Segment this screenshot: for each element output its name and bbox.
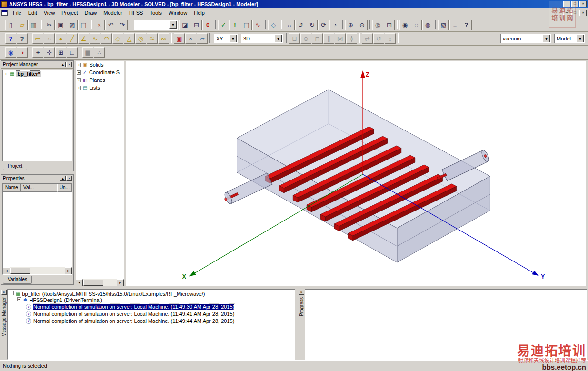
- visibility-button[interactable]: ◉: [399, 20, 410, 30]
- chevron-down-icon[interactable]: ▼: [229, 35, 237, 42]
- toolbar-grip[interactable]: [2, 20, 3, 30]
- analyze-all-button[interactable]: !: [229, 20, 240, 30]
- draw-point-button[interactable]: ∘: [185, 33, 196, 44]
- paste-button[interactable]: ▨: [67, 20, 78, 30]
- scale-button[interactable]: ↕: [385, 33, 396, 44]
- menu-help[interactable]: Help: [190, 9, 208, 17]
- dynamic-rotate-button[interactable]: ⟳: [318, 20, 329, 30]
- message-project-node[interactable]: − ▦ bp_filter (/tools/AnsysEM/HFSS-v15/h…: [9, 291, 294, 297]
- rotate-button[interactable]: ↺: [373, 33, 384, 44]
- snap-settings-button[interactable]: ∴: [94, 47, 105, 58]
- chevron-down-icon[interactable]: ▼: [577, 35, 584, 42]
- zero-order-solver-button[interactable]: 0: [202, 20, 213, 30]
- create-report-button[interactable]: ∿: [252, 20, 263, 30]
- draw-line-button[interactable]: ╱: [67, 33, 78, 44]
- draw-regular-polygon-button[interactable]: ◇: [112, 33, 123, 44]
- face-cs-button[interactable]: ⊹: [44, 47, 55, 58]
- message-design-node[interactable]: − ✱ HFSSDesign1 (DrivenTerminal): [9, 297, 294, 303]
- sphere-boundary-button[interactable]: ◉: [5, 47, 16, 58]
- message-text[interactable]: Normal completion of simulation on serve…: [33, 311, 234, 317]
- relative-cs-button[interactable]: +: [32, 47, 43, 58]
- hide-selection-button[interactable]: ◌: [411, 20, 422, 30]
- split-button[interactable]: ∥: [323, 33, 334, 44]
- scroll-left-icon[interactable]: ◄: [3, 267, 10, 274]
- collapse-panel-button[interactable]: ▲: [60, 62, 66, 67]
- toolbar-grip[interactable]: [2, 34, 3, 43]
- draw-ellipse-button[interactable]: ○: [44, 33, 55, 44]
- expand-icon[interactable]: +: [4, 72, 8, 76]
- menu-edit[interactable]: Edit: [25, 9, 40, 17]
- 3d-viewport[interactable]: Z X Y: [126, 61, 586, 286]
- column-header[interactable]: Val...: [21, 184, 57, 192]
- scroll-thumb[interactable]: [83, 280, 103, 286]
- draw-helix-button[interactable]: ≋: [147, 33, 158, 44]
- menu-modeler[interactable]: Modeler: [100, 9, 126, 17]
- column-header[interactable]: Un...: [57, 184, 72, 192]
- menu-file[interactable]: File: [10, 9, 25, 17]
- solution-data-button[interactable]: ▤: [241, 20, 252, 30]
- delete-button[interactable]: ×: [94, 20, 105, 30]
- message-item[interactable]: i Normal completion of simulation on ser…: [9, 303, 294, 310]
- redo-button[interactable]: ↷: [117, 20, 128, 30]
- tree-item-project[interactable]: + ▦ bp_filter*: [3, 70, 72, 78]
- tree-item-planes[interactable]: + ◧ Planes: [76, 76, 124, 84]
- movement-mode-combo[interactable]: 3D ▼: [241, 34, 283, 43]
- message-item[interactable]: i Normal completion of simulation on ser…: [9, 318, 294, 324]
- datasets-button[interactable]: ≡: [449, 20, 460, 30]
- save-button[interactable]: ▦: [28, 20, 39, 30]
- draw-plane-button[interactable]: ▱: [197, 33, 208, 44]
- child-window-icon[interactable]: [1, 10, 8, 16]
- expand-icon[interactable]: +: [77, 86, 81, 90]
- cut-button[interactable]: ✂: [44, 20, 55, 30]
- tree-item-solids[interactable]: + ▣ Solids: [76, 61, 124, 69]
- draw-sweep-button[interactable]: ∾: [158, 33, 169, 44]
- rotate-screen-center-button[interactable]: ↻: [307, 20, 318, 30]
- tab-project[interactable]: Project: [3, 162, 27, 170]
- model-view-combo[interactable]: Model ▼: [554, 34, 585, 43]
- draw-rectangle-button[interactable]: ▭: [32, 33, 43, 44]
- rotate-model-center-button[interactable]: ↺: [295, 20, 306, 30]
- maximize-button[interactable]: □: [571, 1, 578, 7]
- scroll-right-icon[interactable]: ►: [65, 267, 72, 274]
- expand-icon[interactable]: +: [77, 63, 81, 67]
- show-all-button[interactable]: ◍: [422, 20, 433, 30]
- draw-arc-button[interactable]: ◠: [101, 33, 112, 44]
- copy-button[interactable]: ▣: [55, 20, 66, 30]
- fields-overlay-button[interactable]: ◇: [268, 20, 279, 30]
- tree-item-coordinate-systems[interactable]: + ∠ Coordinate S: [76, 69, 124, 76]
- print-button[interactable]: ▤: [78, 20, 89, 30]
- intersect-button[interactable]: ⊓: [312, 33, 323, 44]
- mdi-minimize-button[interactable]: ─: [563, 10, 570, 16]
- tree-item-lists[interactable]: + ▤ Lists: [76, 84, 124, 91]
- duplicate-mirror-button[interactable]: ⋈: [335, 33, 346, 44]
- 3d-model-canvas[interactable]: Z X Y: [126, 61, 586, 286]
- scroll-track[interactable]: [104, 279, 117, 286]
- zoom-in-button[interactable]: ⊕: [345, 20, 356, 30]
- chevron-down-icon[interactable]: ▼: [543, 35, 550, 42]
- radiation-boundary-button[interactable]: ◑: [17, 47, 28, 58]
- new-file-button[interactable]: ▯: [5, 20, 16, 30]
- object-cs-button[interactable]: ⊞: [55, 47, 66, 58]
- close-icon[interactable]: ×: [1, 290, 7, 295]
- connect-button[interactable]: ≬: [346, 33, 357, 44]
- subtract-button[interactable]: ⊖: [300, 33, 311, 44]
- undo-button[interactable]: ↶: [105, 20, 116, 30]
- message-item[interactable]: i Normal completion of simulation on ser…: [9, 311, 294, 317]
- close-panel-button[interactable]: ×: [66, 176, 72, 181]
- help-pointer-button[interactable]: ?: [461, 20, 472, 30]
- select-entity-button[interactable]: ◪: [179, 20, 190, 30]
- column-header[interactable]: Name: [3, 184, 21, 192]
- draw-spline-button[interactable]: ∿: [90, 33, 100, 44]
- pan-button[interactable]: ↔: [284, 20, 295, 30]
- draw-triangle-button[interactable]: △: [124, 33, 135, 44]
- collapse-icon[interactable]: −: [17, 297, 21, 301]
- draw-torus-button[interactable]: ◎: [135, 33, 146, 44]
- validate-button[interactable]: ✓: [218, 20, 229, 30]
- mdi-restore-button[interactable]: □: [571, 10, 578, 16]
- copy-image-button[interactable]: ▧: [438, 20, 449, 30]
- material-combo[interactable]: vacuum ▼: [500, 34, 551, 43]
- scroll-left-icon[interactable]: ◄: [76, 279, 83, 286]
- grid-plane-button[interactable]: ▦: [82, 47, 93, 58]
- chevron-down-icon[interactable]: ▼: [275, 35, 282, 42]
- menu-view[interactable]: View: [40, 9, 59, 17]
